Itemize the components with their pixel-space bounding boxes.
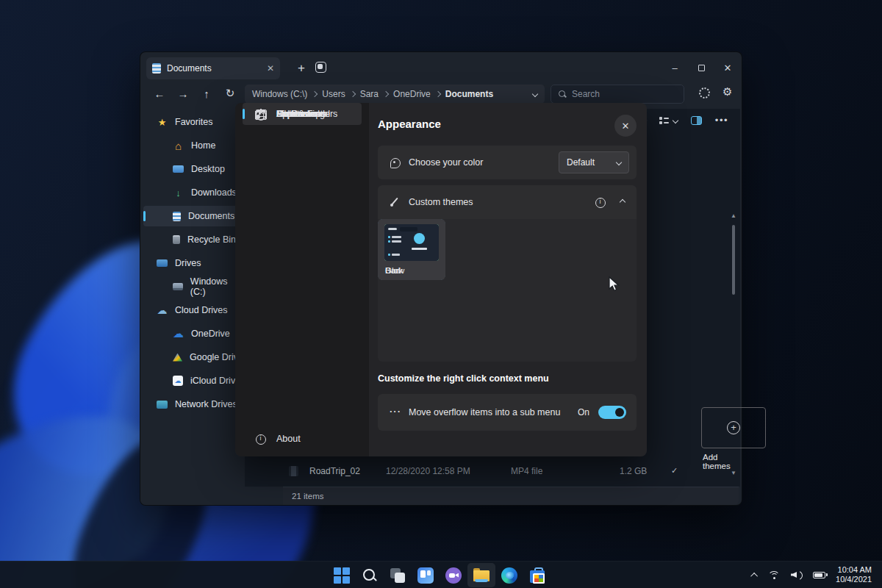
scroll-up-icon[interactable]: ▲ [731,213,736,219]
custom-themes-label: Custom themes [409,197,473,207]
settings-nav-label: Experimental [276,109,330,119]
taskbar-button[interactable] [384,563,412,587]
file-row[interactable]: RoadTrip_02 12/28/2020 12:58 PM MP4 file… [283,461,736,481]
tray-chevron-up-icon[interactable] [750,572,758,579]
taskbar-button[interactable] [495,563,523,587]
view-toolbar: ••• [642,115,728,126]
sidebar-item-label: Recycle Bin [187,234,236,245]
taskbar-button[interactable] [412,563,440,587]
search-placeholder: Search [572,89,600,99]
scroll-down-icon[interactable]: ▼ [731,470,736,476]
maximize-button[interactable] [690,60,712,76]
desktop: Documents ✕ + – ✕ ← → ↑ ↻ Windows (C:\)U… [0,0,882,588]
layout-toggle[interactable] [659,116,678,124]
overflow-toggle[interactable] [598,406,626,419]
sidebar-item-icon [157,259,168,267]
sidebar-item-icon [173,354,182,362]
overflow-toggle-card: Move overflow items into a sub menu On [378,394,637,431]
sidebar-item-icon [157,117,168,128]
taskbar-button[interactable] [523,563,551,587]
color-dropdown[interactable]: Default [559,151,629,173]
plus-circle-icon: + [727,421,740,434]
volume-icon[interactable] [791,570,803,579]
settings-gear-icon[interactable]: ⚙ [723,85,732,98]
sidebar-item[interactable]: Google Drive [140,345,245,369]
sidebar-item[interactable]: Recycle Bin [140,228,245,251]
up-button[interactable]: ↑ [196,84,217,103]
sidebar-item[interactable]: Documents [140,204,245,228]
wifi-icon[interactable] [768,570,781,580]
file-type-icon [289,466,298,476]
theme-name: Dark [383,266,440,275]
settings-nav-item-about[interactable]: About [243,428,362,450]
spinner-icon [699,87,710,98]
sidebar-item[interactable]: Favorites [140,110,245,134]
breadcrumb-item[interactable]: OneDrive [384,89,431,99]
themes-grid: Default Burgandy [378,219,637,362]
tab-overview-icon[interactable] [315,62,326,73]
new-tab-button[interactable]: + [292,59,311,78]
sidebar-item[interactable]: iCloud Drive [140,369,245,392]
add-themes-button[interactable]: + [701,407,766,448]
sidebar-item[interactable]: Desktop [140,157,245,181]
breadcrumb[interactable]: Windows (C:\)UsersSaraOneDriveDocuments [245,85,545,104]
back-button[interactable]: ← [149,84,170,103]
mouse-cursor [608,276,622,293]
window-bottom-left [140,487,283,505]
collapse-chevron-icon[interactable] [620,199,625,205]
sidebar-item[interactable]: OneDrive [140,322,245,345]
minimize-button[interactable]: – [664,60,686,76]
sidebar-item[interactable]: Network Drives [140,392,245,416]
settings-nav-item[interactable]: Experimental [243,103,362,125]
title-bar: Documents ✕ + – ✕ [140,52,742,83]
taskbar-clock[interactable]: 10:04 AM 10/4/2021 [836,565,872,584]
theme-card[interactable]: Dark [378,219,445,280]
theme-thumbnail [384,224,439,261]
preview-pane-icon[interactable] [691,116,702,125]
file-status-icon: ✓ [671,466,678,476]
ellipsis-icon [390,407,401,418]
sidebar-item[interactable]: Downloads [140,181,245,204]
breadcrumb-item[interactable]: Sara [351,89,379,99]
taskbar-button[interactable] [356,563,384,587]
close-button[interactable]: ✕ [717,60,739,76]
sidebar-item-icon [173,235,180,244]
document-icon [152,63,161,74]
scrollbar-thumb[interactable] [732,225,735,295]
custom-themes-header[interactable]: Custom themes [378,185,637,219]
themes-info-icon[interactable] [595,197,606,208]
refresh-button[interactable]: ↻ [220,84,240,103]
sidebar-item-label: OneDrive [191,329,230,339]
breadcrumb-item[interactable]: Documents [436,89,493,99]
sidebar-item[interactable]: Drives [140,251,245,275]
battery-icon[interactable] [813,572,825,578]
tab-documents[interactable]: Documents ✕ [146,57,280,79]
taskbar-button[interactable] [440,563,467,587]
taskbar-icons [328,563,551,587]
tray-date: 10/4/2021 [836,575,872,584]
taskbar-app-icon [389,567,406,584]
sidebar-item[interactable]: Home [140,134,245,157]
settings-nav-icon [255,109,266,120]
file-date: 12/28/2020 12:58 PM [386,466,470,476]
taskbar: 10:04 AM 10/4/2021 [0,561,882,588]
taskbar-app-icon [529,567,545,584]
tab-title: Documents [167,63,261,74]
sidebar-item-label: Desktop [191,164,225,174]
breadcrumb-item[interactable]: Windows (C:\) [252,89,307,99]
sidebar-item-label: Drives [175,258,201,268]
sidebar: Favorites Home Desktop Downloads [140,109,245,487]
taskbar-button[interactable] [328,563,356,587]
file-size: 1.2 GB [620,466,647,476]
more-options-icon[interactable]: ••• [715,115,728,126]
sidebar-item[interactable]: Windows (C:) [140,275,245,298]
taskbar-button[interactable] [467,563,495,587]
search-input[interactable]: Search [551,85,684,104]
breadcrumb-chevron-down-icon[interactable] [532,91,538,97]
taskbar-app-icon [445,567,462,584]
tab-close-icon[interactable]: ✕ [267,63,274,74]
breadcrumb-item[interactable]: Users [312,89,345,99]
sidebar-item[interactable]: Cloud Drives [140,298,245,322]
forward-button[interactable]: → [173,84,193,103]
dialog-close-button[interactable]: ✕ [614,115,637,137]
